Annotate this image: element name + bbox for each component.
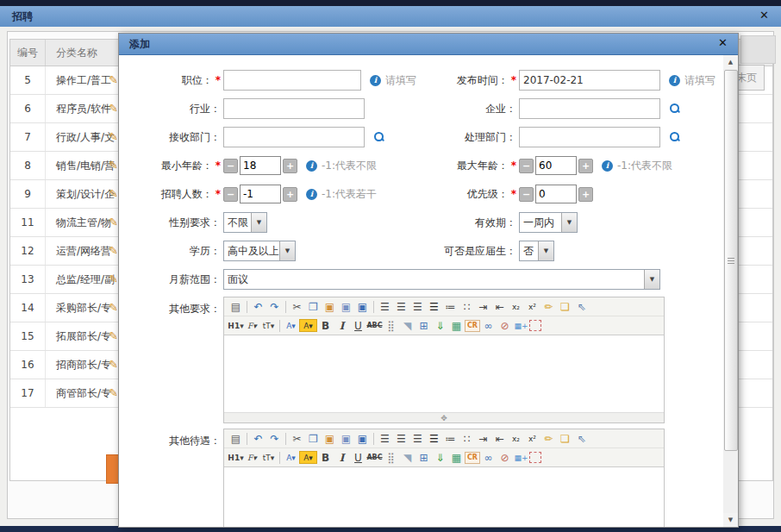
symbols-icon[interactable]: ⣿ bbox=[383, 450, 399, 465]
copy-icon[interactable]: ❐ bbox=[305, 299, 322, 314]
editor-resize-handle[interactable]: ✥ bbox=[224, 412, 664, 422]
font-size-icon[interactable]: tT▾ bbox=[260, 318, 277, 333]
redo-icon[interactable]: ↷ bbox=[266, 299, 283, 314]
plus-stepper[interactable]: + bbox=[578, 187, 593, 202]
table-icon[interactable]: ⊞ bbox=[415, 318, 432, 333]
chevron-down-icon[interactable]: ▼ bbox=[538, 241, 553, 260]
outdent-icon[interactable]: ⇤ bbox=[491, 431, 508, 446]
media-icon[interactable]: CR bbox=[465, 452, 480, 464]
horizontal-rule-icon[interactable]: ⇓ bbox=[432, 318, 448, 333]
unordered-list-icon[interactable]: ∷ bbox=[459, 431, 475, 446]
recruit-count-input[interactable] bbox=[240, 185, 281, 203]
edit-icon[interactable]: ✎ bbox=[109, 358, 118, 371]
strikethrough-icon[interactable]: ABC bbox=[366, 450, 383, 465]
superscript-icon[interactable]: x² bbox=[524, 431, 540, 446]
italic-icon[interactable]: I bbox=[334, 318, 350, 333]
screenshot-icon[interactable]: ▦+ bbox=[513, 450, 529, 465]
indent-icon[interactable]: ⇥ bbox=[475, 299, 491, 314]
text-color-icon[interactable]: A▾ bbox=[283, 318, 299, 333]
handle-dept-input[interactable] bbox=[519, 127, 660, 147]
edit-icon[interactable]: ✎ bbox=[109, 130, 118, 143]
strikethrough-icon[interactable]: ABC bbox=[366, 318, 383, 333]
page-template-icon[interactable]: ❏ bbox=[557, 431, 573, 446]
dialog-scrollbar[interactable]: ▲ ▼ bbox=[723, 55, 738, 527]
source-icon[interactable]: ▤ bbox=[228, 299, 244, 314]
publish-time-input[interactable] bbox=[519, 70, 660, 91]
edit-icon[interactable]: ✎ bbox=[109, 73, 118, 86]
bold-icon[interactable]: B bbox=[317, 318, 334, 333]
image-icon[interactable]: ▦ bbox=[448, 450, 465, 465]
font-size-icon[interactable]: tT▾ bbox=[260, 450, 277, 465]
redo-icon[interactable]: ↷ bbox=[266, 431, 283, 446]
scroll-down-icon[interactable]: ▼ bbox=[723, 513, 738, 527]
italic-icon[interactable]: I bbox=[334, 450, 350, 465]
search-icon[interactable] bbox=[669, 131, 681, 143]
paste-from-word-icon[interactable]: ▣ bbox=[354, 431, 371, 446]
minus-stepper[interactable]: − bbox=[223, 159, 238, 173]
justify-icon[interactable]: ☰ bbox=[426, 299, 442, 314]
search-icon[interactable] bbox=[373, 131, 385, 143]
media-icon[interactable]: CR bbox=[465, 320, 480, 332]
unlink-icon[interactable]: ⊘ bbox=[497, 318, 513, 333]
undo-icon[interactable]: ↶ bbox=[250, 299, 266, 314]
receive-dept-input[interactable] bbox=[223, 127, 365, 147]
superscript-icon[interactable]: x² bbox=[524, 299, 540, 314]
align-center-icon[interactable]: ☰ bbox=[393, 299, 409, 314]
education-select[interactable]: 高中及以上 ▼ bbox=[223, 241, 296, 261]
minus-stepper[interactable]: − bbox=[223, 187, 238, 202]
paste-icon[interactable]: ▣ bbox=[322, 431, 338, 446]
other-requirements-editor-body[interactable] bbox=[224, 335, 664, 412]
minus-stepper[interactable]: − bbox=[519, 159, 534, 173]
scroll-up-icon[interactable]: ▲ bbox=[723, 55, 738, 69]
align-right-icon[interactable]: ☰ bbox=[409, 431, 426, 446]
image-icon[interactable]: ▦ bbox=[448, 318, 465, 333]
search-icon[interactable] bbox=[669, 103, 681, 115]
eraser-icon[interactable]: ◥ bbox=[399, 450, 415, 465]
fullscreen-icon[interactable] bbox=[529, 452, 541, 463]
edit-icon[interactable]: ✎ bbox=[109, 272, 118, 285]
underline-icon[interactable]: U bbox=[350, 450, 366, 465]
validity-select[interactable]: 一周内 ▼ bbox=[519, 212, 578, 233]
copy-icon[interactable]: ❐ bbox=[305, 431, 322, 446]
bold-icon[interactable]: B bbox=[317, 450, 334, 465]
underline-icon[interactable]: U bbox=[350, 318, 366, 333]
ordered-list-icon[interactable]: ≔ bbox=[442, 299, 459, 314]
edit-icon[interactable]: ✎ bbox=[109, 244, 118, 257]
subscript-icon[interactable]: x₂ bbox=[508, 299, 524, 314]
align-left-icon[interactable]: ☰ bbox=[377, 299, 393, 314]
cut-icon[interactable]: ✂ bbox=[289, 299, 305, 314]
other-benefits-editor-body[interactable] bbox=[224, 467, 664, 527]
chevron-down-icon[interactable]: ▼ bbox=[279, 241, 295, 260]
edit-icon[interactable]: ✎ bbox=[109, 386, 118, 399]
page-template-icon[interactable]: ❏ bbox=[557, 299, 573, 314]
edit-icon[interactable]: ✎ bbox=[109, 187, 118, 200]
scrollbar-thumb[interactable] bbox=[724, 70, 738, 451]
undo-icon[interactable]: ↶ bbox=[250, 431, 266, 446]
screenshot-icon[interactable]: ▦+ bbox=[513, 318, 529, 333]
edit-icon[interactable]: ✎ bbox=[109, 329, 118, 342]
eraser-icon[interactable]: ◥ bbox=[399, 318, 415, 333]
edit-icon[interactable]: ✎ bbox=[109, 159, 118, 172]
align-right-icon[interactable]: ☰ bbox=[409, 299, 426, 314]
horizontal-rule-icon[interactable]: ⇓ bbox=[432, 450, 448, 465]
plus-stepper[interactable]: + bbox=[578, 159, 593, 173]
table-icon[interactable]: ⊞ bbox=[415, 450, 432, 465]
paste-from-word-icon[interactable]: ▣ bbox=[354, 299, 371, 314]
paste-icon[interactable]: ▣ bbox=[322, 299, 338, 314]
format-brush-icon[interactable]: ✏ bbox=[540, 431, 557, 446]
window-close-icon[interactable]: ✕ bbox=[759, 9, 769, 22]
highlight-color-icon[interactable]: A▾ bbox=[299, 319, 317, 332]
heading-icon[interactable]: H1▾ bbox=[228, 450, 244, 465]
font-family-icon[interactable]: F▾ bbox=[244, 318, 260, 333]
subscript-icon[interactable]: x₂ bbox=[508, 431, 524, 446]
plus-stepper[interactable]: + bbox=[283, 187, 297, 202]
edit-icon[interactable]: ✎ bbox=[109, 301, 118, 314]
position-input[interactable] bbox=[223, 70, 361, 91]
chevron-down-icon[interactable]: ▼ bbox=[561, 213, 577, 232]
justify-icon[interactable]: ☰ bbox=[426, 431, 442, 446]
paste-as-text-icon[interactable]: ▣ bbox=[338, 299, 354, 314]
source-icon[interactable]: ▤ bbox=[228, 431, 244, 446]
align-center-icon[interactable]: ☰ bbox=[393, 431, 409, 446]
highlight-color-icon[interactable]: A▾ bbox=[299, 451, 317, 464]
link-icon[interactable]: ∞ bbox=[480, 450, 497, 465]
